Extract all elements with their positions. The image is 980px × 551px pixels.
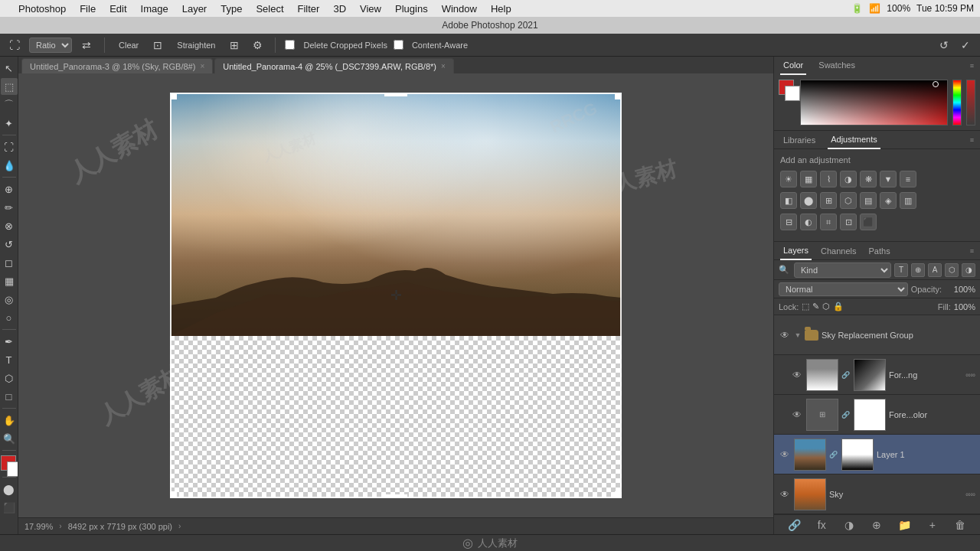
eyedropper-tool[interactable]: 💧	[1, 157, 18, 174]
move-tool[interactable]: ↖	[1, 60, 18, 77]
layer-sky[interactable]: 👁 Sky ∞∞	[774, 474, 980, 514]
path-tool[interactable]: ⬡	[1, 370, 18, 386]
layer-kind-select[interactable]: Kind	[794, 262, 891, 278]
layer-vis-icon-1[interactable]: 👁	[791, 369, 803, 381]
blur-tool[interactable]: ◎	[1, 291, 18, 308]
ratio-select[interactable]: Ratio	[29, 37, 72, 53]
menu-view[interactable]: View	[354, 2, 387, 16]
delete-layer-btn[interactable]: 🗑	[953, 518, 967, 532]
tab-adjustments[interactable]: Adjustments	[828, 131, 880, 149]
marquee-tool[interactable]: ⬚	[1, 78, 18, 95]
add-style-btn[interactable]: fx	[815, 518, 828, 532]
tab-2-close[interactable]: ×	[441, 62, 446, 70]
adj-color2-icon[interactable]: ⬛	[860, 214, 877, 230]
link-layers-btn[interactable]: 🔗	[787, 518, 801, 532]
adj-exposure-icon[interactable]: ◑	[840, 171, 857, 187]
content-aware-checkbox[interactable]	[394, 40, 403, 50]
layer-vis-icon-3[interactable]: 👁	[779, 448, 791, 461]
adj-brightness-icon[interactable]: ☀	[780, 171, 797, 187]
quick-mask-tool[interactable]: ⬤	[1, 481, 18, 497]
adj-pattern-icon[interactable]: ⊡	[840, 214, 857, 230]
bg-color-swatch[interactable]	[785, 86, 800, 101]
crop-tool[interactable]: ⛶	[1, 139, 18, 155]
magic-wand-tool[interactable]: ✦	[1, 115, 18, 132]
level-icon[interactable]: ⊡	[149, 37, 166, 54]
tab-channels[interactable]: Channels	[818, 242, 859, 260]
tab-paths[interactable]: Paths	[866, 242, 893, 260]
lock-pixels-icon[interactable]: ⬚	[802, 302, 809, 311]
menu-select[interactable]: Select	[250, 2, 289, 16]
filter-icon-2[interactable]: ⊕	[911, 263, 925, 277]
adj-levels-icon[interactable]: ▦	[800, 171, 817, 187]
canvas-viewport[interactable]: 人人素材 RRCG 人人素材 RRCG 人人素材 RRCG 人	[18, 73, 773, 517]
adj-invert-icon[interactable]: ⬡	[840, 192, 857, 209]
color-hue-bar[interactable]	[952, 80, 962, 126]
menu-type[interactable]: Type	[214, 2, 248, 16]
menu-file[interactable]: File	[74, 2, 102, 16]
tool-colors[interactable]	[1, 455, 18, 472]
menu-layer[interactable]: Layer	[176, 2, 214, 16]
layer-sky-replacement-group[interactable]: 👁 ▼ Sky Replacement Group	[774, 315, 980, 355]
color-alpha-bar[interactable]	[966, 80, 975, 126]
adj-posterize-icon[interactable]: ▤	[860, 192, 877, 209]
pen-tool[interactable]: ✒	[1, 333, 18, 350]
background-color[interactable]	[7, 461, 19, 477]
menu-image[interactable]: Image	[135, 2, 175, 16]
brush-tool[interactable]: ✏	[1, 199, 18, 216]
filter-icon-1[interactable]: T	[894, 263, 908, 277]
clear-button[interactable]: Clear	[114, 39, 143, 51]
adj-gradient-icon[interactable]: ▥	[900, 192, 916, 209]
hand-tool[interactable]: ✋	[1, 412, 18, 429]
adj-bw-icon[interactable]: ◧	[780, 192, 797, 209]
layer-vis-icon-2[interactable]: 👁	[791, 409, 803, 421]
layer-link-1[interactable]: 🔗	[841, 371, 849, 379]
clone-tool[interactable]: ⊗	[1, 217, 18, 234]
adj-panel-collapse[interactable]: ≡	[970, 136, 974, 144]
color-swatches-small[interactable]	[779, 80, 795, 96]
heal-tool[interactable]: ⊕	[1, 181, 18, 197]
menu-photoshop[interactable]: Photoshop	[12, 2, 72, 16]
canvas-tab-1[interactable]: Untitled_Panorama-3 @ 18% (Sky, RGB/8#) …	[21, 58, 213, 73]
lock-move-icon[interactable]: ✎	[812, 302, 819, 311]
layer-vis-icon-group[interactable]: 👁	[779, 329, 791, 341]
adj-photo-icon[interactable]: ⬤	[800, 192, 817, 209]
screen-mode-tool[interactable]: ⬛	[1, 499, 18, 516]
color-gradient-picker[interactable]	[800, 80, 948, 126]
new-layer-btn[interactable]: +	[926, 518, 939, 532]
tab-libraries[interactable]: Libraries	[780, 131, 818, 149]
menu-help[interactable]: Help	[485, 2, 518, 16]
confirm-crop-icon[interactable]: ✓	[957, 37, 974, 54]
lasso-tool[interactable]: ⌒	[1, 96, 18, 113]
adj-selective-icon[interactable]: ⊟	[780, 214, 797, 230]
dodge-tool[interactable]: ○	[1, 309, 18, 326]
layer-1[interactable]: 👁 🔗 Layer 1	[774, 435, 980, 474]
adj-vibrance-icon[interactable]: ❋	[860, 171, 877, 187]
delete-cropped-checkbox[interactable]	[285, 40, 295, 50]
eraser-tool[interactable]: ◻	[1, 254, 18, 271]
lock-artboards-icon[interactable]: ⬡	[822, 302, 830, 311]
color-panel-collapse[interactable]: ≡	[970, 62, 974, 70]
menu-3d[interactable]: 3D	[327, 2, 352, 16]
adj-shadow-icon[interactable]: ◐	[800, 214, 817, 230]
lock-all-icon[interactable]: 🔒	[833, 302, 844, 311]
layer-for-ng[interactable]: 👁 🔗 For...ng ∞∞	[774, 355, 980, 395]
shape-tool[interactable]: □	[1, 388, 18, 405]
history-tool[interactable]: ↺	[1, 236, 18, 253]
crop-tool-icon[interactable]: ⛶	[6, 37, 23, 54]
menu-filter[interactable]: Filter	[292, 2, 326, 16]
adj-hsl-icon[interactable]: ▼	[880, 171, 897, 187]
adj-threshold-icon[interactable]: ◈	[880, 192, 897, 209]
straighten-button[interactable]: Straighten	[172, 39, 220, 51]
cancel-crop-icon[interactable]: ↺	[936, 37, 952, 54]
new-adjustment-btn[interactable]: ⊕	[870, 518, 884, 532]
layer-link-3[interactable]: 🔗	[829, 451, 837, 458]
gradient-tool[interactable]: ▦	[1, 272, 18, 289]
adj-channel-icon[interactable]: ⊞	[820, 192, 837, 209]
layer-vis-icon-4[interactable]: 👁	[779, 488, 791, 500]
swap-icon[interactable]: ⇄	[78, 37, 95, 54]
tab-layers[interactable]: Layers	[780, 242, 812, 260]
layer-link-2[interactable]: 🔗	[841, 411, 849, 419]
settings-icon[interactable]: ⚙	[249, 37, 266, 54]
new-group-btn[interactable]: 📁	[898, 518, 912, 532]
filter-icon-5[interactable]: ◑	[962, 263, 975, 277]
